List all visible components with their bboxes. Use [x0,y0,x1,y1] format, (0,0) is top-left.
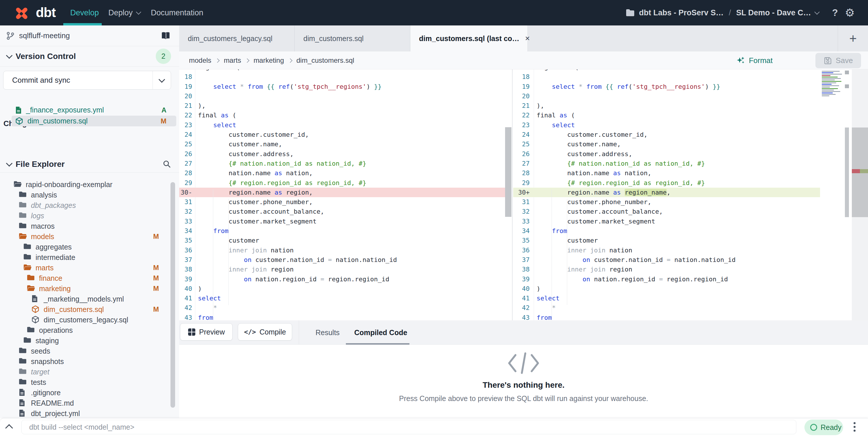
format-button[interactable]: Format [736,52,773,69]
editor-tab[interactable]: dim_customers.sql [295,25,410,52]
folder-open-icon [13,180,22,189]
help-icon[interactable]: ? [832,7,838,18]
command-input[interactable] [21,420,796,434]
save-button[interactable]: Save [815,53,861,68]
close-icon[interactable]: × [525,34,530,43]
folder-icon [626,9,634,17]
git-branch-icon [6,31,15,40]
nav-menu-develop[interactable]: Develop [70,0,99,25]
editor-tab[interactable]: dim_customers.sql (last co…× [410,25,528,52]
compiled-code-empty-state: There's nothing here. Press Compile abov… [179,345,868,418]
sidebar: sqlfluff-meeting Version Control 2 Commi… [0,25,180,418]
tree-item-operations[interactable]: operations [0,325,179,336]
tree-item-label: tests [31,378,46,386]
editor-tab[interactable]: dim_customers_legacy.sql [179,25,295,52]
change-file-name: _finance_exposures.yml [26,106,104,114]
docs-book-icon[interactable] [161,31,171,40]
minimap-marker [845,70,849,74]
tree-item-label: macros [31,222,55,230]
tree-item-staging[interactable]: staging [0,336,179,346]
editor-tab-strip: dim_customers_legacy.sqldim_customers.sq… [179,25,868,52]
dbt-logo-text: dbt [36,5,56,20]
sidebar-scrollbar[interactable] [170,182,175,408]
tree-item-readme-md[interactable]: README.md [0,398,179,408]
tree-item-finance[interactable]: financeM [0,273,179,283]
tree-item-label: aggregates [35,243,72,251]
search-icon[interactable] [162,159,171,168]
overview-ruler[interactable] [852,69,868,320]
left-pane-scrollbar[interactable] [505,127,512,217]
code-line-24: 24 customer.customer_id, [513,130,820,139]
gear-icon[interactable]: ⚙ [845,7,855,18]
tree-item-dbt-project-yml[interactable]: dbt_project.yml [0,408,179,418]
ruler-addition-mark [860,169,868,173]
commit-options-dropdown[interactable] [153,71,171,89]
line-number: 18 [513,72,534,82]
tree-item-dim-customers-sql[interactable]: dim_customers.sqlM [0,304,179,315]
tree-item-models[interactable]: modelsM [0,231,179,242]
code-line-35: 35 customer [513,236,820,245]
breadcrumb: modelsmartsmarketingdim_customers.sql [189,52,354,69]
tree-item-aggregates[interactable]: aggregates [0,242,179,252]
breadcrumb-item[interactable]: dim_customers.sql [297,56,354,64]
line-number: 36 [513,245,534,255]
tree-item-dim-customers-legacy-sql[interactable]: dim_customers_legacy.sql [0,315,179,325]
change-file-name: dim_customers.sql [27,117,88,125]
commit-and-sync-button[interactable]: Commit and sync [3,71,171,90]
tree-item-rapid-onboarding-exemplar[interactable]: rapid-onboarding-exemplar [0,179,179,190]
tree-item-snapshots[interactable]: snapshots [0,356,179,367]
tree-item-logs[interactable]: logs [0,210,179,221]
breadcrumb-item[interactable]: marts [224,56,241,64]
compile-button[interactable]: </> Compile [238,323,292,341]
tree-item--marketing-models-yml[interactable]: _marketing__models.yml [0,294,179,304]
code-line-17: 17region as ( [179,69,505,72]
diff-pane-modified[interactable]: 17region as (1819 select * from {{ ref('… [513,69,820,320]
file-explorer-header[interactable]: File Explorer [0,156,179,172]
line-number: 30+ [513,187,534,197]
right-pane-scrollbar[interactable] [845,127,849,217]
tree-item-label: target [31,368,50,376]
file-icon [19,388,27,397]
cube-icon [31,315,40,324]
account-breadcrumb[interactable]: dbt Labs - ProServ S… / SL Demo - Dave C… [626,8,819,17]
tree-item-macros[interactable]: macros [0,221,179,231]
tree-item-marts[interactable]: martsM [0,263,179,273]
preview-button[interactable]: Preview [180,323,232,341]
line-number: 20 [179,91,195,101]
tree-item-seeds[interactable]: seeds [0,346,179,356]
change-item[interactable]: dim_customers.sqlM [11,116,176,126]
breadcrumb-item[interactable]: marketing [253,56,284,64]
tree-item-intermediate[interactable]: intermediate [0,252,179,263]
git-branch-row[interactable]: sqlfluff-meeting [0,25,179,46]
code-line-29: 29 {# region.region_id as region_id, #} [179,178,505,187]
folder-icon [27,274,35,283]
change-item[interactable]: _finance_exposures.ymlA [11,105,176,115]
line-number: 42 [179,303,195,313]
tree-item-label: models [31,232,54,241]
results-tab[interactable]: Results [315,320,340,345]
chevron-up-icon[interactable] [5,424,13,432]
version-control-header[interactable]: Version Control 2 [0,46,179,66]
nav-menu-documentation[interactable]: Documentation [151,0,204,25]
kebab-menu-icon[interactable] [852,422,858,434]
tree-item-analysis[interactable]: analysis [0,190,179,200]
line-number: 22 [513,111,534,120]
line-number: 21 [179,101,195,111]
tree-item-target[interactable]: target [0,367,179,377]
tree-item-dbt-packages[interactable]: dbt_packages [0,200,179,210]
tree-item-tests[interactable]: tests [0,377,179,387]
folder-open-icon [27,284,35,293]
minimap[interactable] [820,69,845,320]
tree-item--gitignore[interactable]: .gitignore [0,387,179,398]
nav-menu-deploy[interactable]: Deploy [108,0,141,25]
line-number: 34 [513,226,534,236]
new-tab-button[interactable]: + [838,25,868,52]
status-label: Ready [820,423,841,432]
tree-item-marketing[interactable]: marketingM [0,283,179,294]
line-number: 34 [179,226,195,236]
breadcrumb-item[interactable]: models [189,56,211,64]
line-number: 38 [179,265,195,274]
pane-divider[interactable] [512,69,513,320]
change-status: A [161,106,166,114]
compiled-code-tab[interactable]: Compiled Code [354,320,407,345]
